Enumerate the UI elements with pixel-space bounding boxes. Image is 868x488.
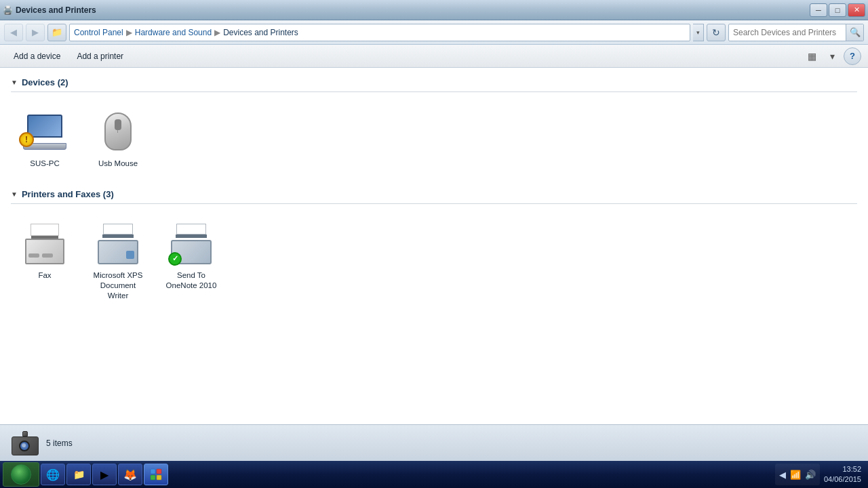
xps-paper [103,224,133,235]
fax-icon [23,224,66,264]
devices-grid: ! SUS-PC Usb Mouse [11,98,857,185]
status-bar: 5 items [0,424,868,461]
minimize-button[interactable]: ─ [810,3,827,17]
sus-pc-label: SUS-PC [30,159,59,169]
taskbar: 🌐 📁 ▶ 🦊 ◀ 📶 🔊 13:52 04/06/2015 [0,461,868,488]
taskbar-right: ◀ 📶 🔊 13:52 04/06/2015 [775,464,865,485]
title-bar-left: 🖨️ Devices and Printers [3,5,96,15]
breadcrumb-sep-1: ▶ [126,28,132,37]
clock: 13:52 04/06/2015 [824,464,861,485]
printers-grid: Fax Microsoft XPS Document Writer [11,209,857,317]
add-device-label: Add a device [14,52,60,61]
devices-section-arrow: ▼ [11,79,18,86]
fax-body [25,239,64,264]
search-button[interactable]: 🔍 [846,24,863,41]
devices-section-header[interactable]: ▼ Devices (2) [11,73,857,92]
address-dropdown-button[interactable]: ▾ [693,24,704,41]
up-button[interactable]: 📁 [47,24,66,41]
systray-network-icon: 📶 [790,470,801,480]
maximize-button[interactable]: □ [829,3,846,17]
status-count: 5 items [46,439,73,448]
svg-rect-3 [157,475,161,480]
control-panel-svg [150,468,162,481]
add-printer-button[interactable]: Add a printer [70,47,130,65]
xps-indicator [126,251,134,259]
systray-arrow[interactable]: ◀ [779,470,786,480]
taskbar-app-media[interactable]: ▶ [92,464,117,485]
camera-top [22,431,28,436]
taskbar-app-control-panel[interactable] [144,464,168,485]
sus-pc-icon-wrap: ! [21,108,68,156]
onenote-icon-wrap: ✓ [167,220,215,268]
search-input[interactable] [729,28,846,37]
search-box: 🔍 [728,24,864,41]
onenote-printer-icon: ✓ [170,224,213,264]
status-icon-wrap [11,430,38,457]
address-bar: ◀ ▶ 📁 Control Panel ▶ Hardware and Sound… [0,20,868,45]
back-icon: ◀ [10,27,17,37]
taskbar-app-firefox[interactable]: 🦊 [118,464,142,485]
add-printer-label: Add a printer [77,52,123,61]
usb-mouse-label: Usb Mouse [98,159,138,169]
taskbar-app-ie[interactable]: 🌐 [41,464,65,485]
device-item-sus-pc[interactable]: ! SUS-PC [11,103,79,174]
firefox-icon: 🦊 [123,468,137,481]
clock-date: 04/06/2015 [824,474,861,485]
breadcrumb-current: Devices and Printers [223,28,298,37]
laptop-screen [27,115,62,138]
breadcrumb-sep-2: ▶ [214,28,220,37]
media-icon: ▶ [98,468,111,481]
mouse-body [104,113,132,150]
mouse-scroll-wheel [115,119,121,130]
explorer-icon: 📁 [72,468,85,481]
system-tray: ◀ 📶 🔊 [775,464,820,485]
device-item-xps[interactable]: Microsoft XPS Document Writer [84,215,152,306]
back-button[interactable]: ◀ [4,24,23,41]
clock-time: 13:52 [824,464,861,474]
onenote-slot [176,235,207,238]
onenote-label: Send To OneNote 2010 [163,270,220,291]
default-printer-badge: ✓ [168,252,182,266]
breadcrumb-bar: Control Panel ▶ Hardware and Sound ▶ Dev… [69,24,690,41]
start-button[interactable] [3,462,39,487]
fax-icon-wrap [21,220,68,268]
breadcrumb-hardware-sound[interactable]: Hardware and Sound [135,28,212,37]
view-button[interactable]: ▦ [803,47,821,65]
warning-badge: ! [19,132,34,147]
systray-volume-icon: 🔊 [805,470,816,480]
printers-section-title: Printers and Faxes (3) [22,189,114,199]
refresh-button[interactable]: ↻ [707,24,726,41]
xps-label: Microsoft XPS Document Writer [90,270,146,301]
close-button[interactable]: ✕ [848,3,865,17]
taskbar-app-explorer[interactable]: 📁 [66,464,91,485]
forward-button[interactable]: ▶ [26,24,45,41]
mouse-icon [104,113,132,152]
window-title: Devices and Printers [16,5,96,15]
camera-status-icon [11,431,38,455]
forward-icon: ▶ [32,27,39,37]
view-dropdown-button[interactable]: ▾ [823,47,841,65]
window-icon: 🖨️ [3,5,13,15]
help-button[interactable]: ? [844,47,861,65]
xps-icon-wrap [94,220,142,268]
fax-paper [31,224,59,236]
laptop-icon: ! [23,115,66,150]
breadcrumb-control-panel[interactable]: Control Panel [74,28,123,37]
device-item-onenote[interactable]: ✓ Send To OneNote 2010 [157,215,225,306]
devices-section-title: Devices (2) [22,77,68,87]
printers-section-header[interactable]: ▼ Printers and Faxes (3) [11,185,857,204]
fax-label: Fax [38,270,51,281]
svg-rect-1 [157,469,161,474]
toolbar-right: ▦ ▾ ? [803,47,861,65]
main-content: ▼ Devices (2) ! SUS-PC [0,68,868,424]
printers-section-arrow: ▼ [11,190,18,198]
onenote-paper [176,224,206,235]
toolbar: Add a device Add a printer ▦ ▾ ? [0,45,868,68]
device-item-fax[interactable]: Fax [11,215,79,306]
fax-button2 [42,253,53,258]
svg-rect-2 [151,475,155,480]
usb-mouse-icon-wrap [94,108,142,156]
add-device-button[interactable]: Add a device [7,47,67,65]
device-item-usb-mouse[interactable]: Usb Mouse [84,103,152,174]
folder-icon: 📁 [52,27,62,37]
